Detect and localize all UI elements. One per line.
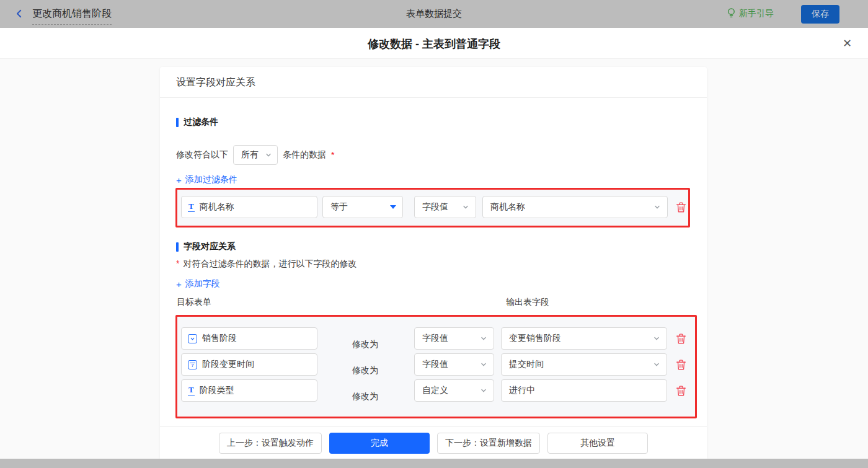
add-filter-condition-link[interactable]: + 添加过滤条件 — [176, 174, 237, 185]
value-type-value: 字段值 — [422, 333, 448, 344]
mapping-value-value: 提交时间 — [509, 359, 544, 370]
mapping-rows-highlight: 销售阶段 修改为 字段值 变更销售阶段 7 — [175, 315, 697, 418]
section-accent-bar — [176, 242, 179, 252]
dialog-footer: 上一步：设置触发动作 完成 下一步：设置新增数据 其他设置 — [160, 426, 707, 459]
mapping-value-type-select[interactable]: 字段值 — [414, 327, 494, 350]
output-field-column-header: 输出表字段 — [506, 297, 549, 308]
filter-section-label: 过滤条件 — [184, 117, 218, 128]
match-scope-value: 所有 — [241, 149, 259, 161]
modify-to-label: 修改为 — [352, 333, 389, 355]
mapping-field-value: 阶段变更时间 — [202, 359, 254, 370]
select-field-icon — [188, 334, 197, 343]
plus-icon: + — [176, 175, 182, 185]
section-accent-bar — [176, 118, 179, 127]
mapping-value-select[interactable]: 提交时间 — [501, 353, 667, 376]
beginner-guide-label: 新手引导 — [739, 8, 774, 19]
custom-value-input[interactable]: 进行中 — [501, 379, 667, 402]
next-step-button[interactable]: 下一步：设置新增数据 — [437, 433, 540, 454]
plus-icon: + — [176, 279, 182, 289]
close-icon[interactable]: ✕ — [843, 36, 852, 51]
chevron-down-icon — [265, 151, 272, 159]
value-type-value: 字段值 — [422, 359, 448, 370]
mapping-value-value: 变更销售阶段 — [509, 333, 561, 344]
chevron-down-icon — [480, 387, 487, 394]
mapping-section-title: 字段对应关系 — [176, 241, 236, 252]
mapping-value-type-select[interactable]: 字段值 — [414, 353, 494, 376]
dialog-title: 修改数据 - 主表到普通字段 — [0, 37, 868, 51]
required-mark: * — [176, 258, 179, 270]
value-type-value: 自定义 — [422, 385, 448, 396]
condition-suffix: 条件的数据 — [283, 149, 326, 161]
date-field-icon: 7 — [188, 360, 197, 369]
chevron-down-icon — [653, 361, 660, 368]
panel-title: 设置字段对应关系 — [160, 67, 707, 98]
chevron-down-icon — [480, 361, 487, 368]
screen: 更改商机销售阶段 表单数据提交 新手引导 保存 修改数据 - 主表到普通字段 ✕… — [0, 0, 868, 468]
filter-section-title: 过滤条件 — [176, 117, 218, 128]
mapping-field-value: 销售阶段 — [202, 333, 237, 344]
delete-mapping-icon[interactable] — [676, 359, 686, 373]
filter-value-type-value: 字段值 — [422, 201, 448, 213]
caret-down-icon — [390, 205, 396, 209]
text-field-icon: T — [188, 386, 195, 395]
filter-condition-sentence: 修改符合以下 所有 条件的数据 * — [176, 145, 334, 165]
filter-value-value: 商机名称 — [490, 201, 525, 213]
dialog-header: 修改数据 - 主表到普通字段 ✕ — [0, 28, 868, 59]
mapping-value-select[interactable]: 变更销售阶段 — [501, 327, 667, 350]
dialog-body: 设置字段对应关系 过滤条件 修改符合以下 所有 条件的数据 * + 添加过滤条件 — [0, 59, 868, 459]
field-mapping-panel: 设置字段对应关系 过滤条件 修改符合以下 所有 条件的数据 * + 添加过滤条件 — [160, 67, 707, 459]
done-button[interactable]: 完成 — [329, 433, 430, 454]
overlay-bottom-strip — [0, 459, 868, 468]
mapping-section-label: 字段对应关系 — [184, 241, 236, 252]
operator-select[interactable]: 等于 — [322, 196, 403, 218]
filter-value-type-select[interactable]: 字段值 — [414, 196, 476, 218]
add-field-link[interactable]: + 添加字段 — [176, 278, 220, 289]
match-scope-select[interactable]: 所有 — [233, 145, 278, 165]
beginner-guide-link[interactable]: 新手引导 — [727, 7, 774, 20]
target-form-column-header: 目标表单 — [177, 297, 211, 308]
mapping-description-text: 对符合过滤条件的数据，进行以下字段的修改 — [183, 258, 356, 270]
chevron-down-icon — [462, 203, 469, 211]
mapping-field-input[interactable]: 销售阶段 — [181, 327, 317, 350]
mapping-field-input[interactable]: 7 阶段变更时间 — [181, 353, 317, 376]
previous-step-button[interactable]: 上一步：设置触发动作 — [219, 433, 322, 454]
mapping-value-type-select[interactable]: 自定义 — [414, 379, 494, 402]
filter-field-input[interactable]: T 商机名称 — [181, 196, 317, 218]
delete-mapping-icon[interactable] — [676, 385, 686, 399]
text-field-icon: T — [188, 202, 195, 212]
condition-prefix: 修改符合以下 — [176, 149, 228, 161]
operator-value: 等于 — [330, 201, 348, 213]
add-field-label: 添加字段 — [185, 278, 220, 289]
save-button[interactable]: 保存 — [801, 5, 839, 24]
chevron-down-icon — [480, 335, 487, 342]
chevron-down-icon — [653, 335, 660, 342]
filter-field-value: 商机名称 — [200, 201, 234, 213]
other-settings-button[interactable]: 其他设置 — [547, 433, 648, 454]
filter-value-select[interactable]: 商机名称 — [482, 196, 668, 218]
custom-value-text: 进行中 — [509, 385, 535, 396]
mapping-description: * 对符合过滤条件的数据，进行以下字段的修改 — [176, 258, 356, 270]
lightbulb-icon — [727, 7, 736, 20]
mapping-field-value: 阶段类型 — [200, 385, 234, 396]
modify-to-label: 修改为 — [352, 359, 389, 381]
modify-to-label: 修改为 — [352, 385, 389, 407]
chevron-down-icon — [653, 203, 661, 211]
top-bar: 更改商机销售阶段 表单数据提交 新手引导 保存 — [0, 0, 868, 28]
delete-mapping-icon[interactable] — [676, 333, 686, 347]
required-mark: * — [331, 150, 334, 160]
filter-row-highlight: T 商机名称 等于 字段值 商机名称 — [175, 188, 690, 227]
mapping-field-input[interactable]: T 阶段类型 — [181, 379, 317, 402]
add-filter-condition-label: 添加过滤条件 — [185, 174, 237, 185]
delete-filter-icon[interactable] — [676, 201, 686, 215]
